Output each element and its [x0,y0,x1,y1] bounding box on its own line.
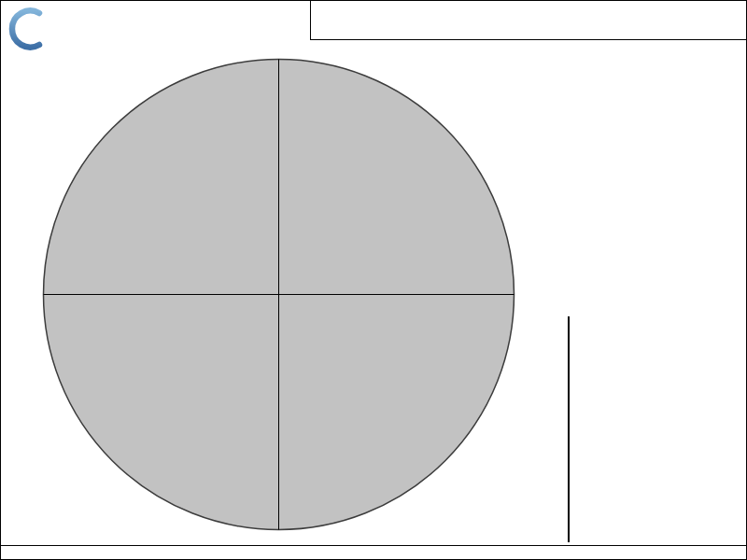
skymap-window [0,0,747,560]
footer-divider [1,545,747,546]
legend-negative [622,482,627,496]
legend-positive [622,370,627,384]
logo-crescent-icon [8,7,48,51]
doppler-colorbar [554,316,568,542]
colorbar-axis-spine [568,316,570,542]
skymap-disc [44,60,514,530]
header-divider-horizontal [310,39,747,40]
skymap-plot [1,1,747,560]
lowell-digisonde-logo [8,7,130,49]
source-scatter-points [1,1,747,560]
header-divider-vertical [310,1,311,40]
